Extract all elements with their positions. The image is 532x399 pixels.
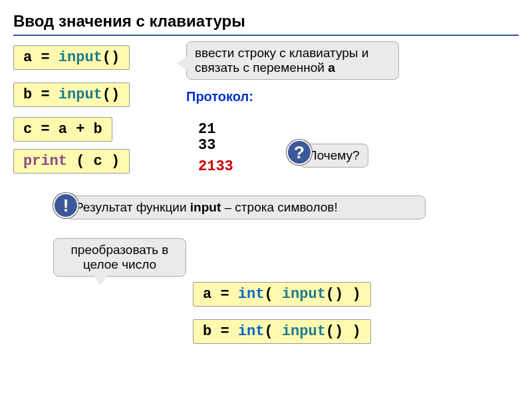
code-text: ( c ) xyxy=(67,153,120,170)
callout-result: Результат функции input – строка символо… xyxy=(66,196,426,219)
question-badge: ? xyxy=(287,140,312,165)
code-a-input: a = input() xyxy=(13,45,130,70)
page-title: Ввод значения с клавиатуры xyxy=(13,12,519,36)
callout-text: ввести строку с клавиатуры и связать с п… xyxy=(195,46,368,74)
callout-enter-string: ввести строку с клавиатуры и связать с п… xyxy=(186,41,399,80)
protocol-value-1: 21 xyxy=(198,121,215,138)
protocol-label: Протокол: xyxy=(186,89,253,104)
keyword-input: input xyxy=(59,49,102,66)
badge-text: ? xyxy=(294,142,305,163)
code-text: () xyxy=(102,49,120,66)
callout-text: Почему? xyxy=(308,148,360,162)
keyword-int: int xyxy=(238,286,265,303)
keyword-int: int xyxy=(238,323,265,340)
keyword-input: input xyxy=(59,86,102,103)
exclaim-badge: ! xyxy=(53,193,78,218)
protocol-value-2: 33 xyxy=(198,137,215,154)
code-print: print ( c ) xyxy=(13,149,130,174)
code-text: b = xyxy=(203,323,238,340)
code-text: ( xyxy=(264,286,281,303)
code-text: b = xyxy=(23,86,59,103)
code-text: c = a + b xyxy=(23,121,102,138)
callout-text: Результат функции xyxy=(75,200,190,214)
callout-text: – строка символов! xyxy=(221,200,337,214)
keyword-print: print xyxy=(23,153,67,170)
code-b-input: b = input() xyxy=(13,82,130,107)
code-text: ( xyxy=(264,323,281,340)
keyword-input: input xyxy=(282,286,326,303)
code-c-sum: c = a + b xyxy=(13,117,112,142)
keyword-input: input xyxy=(190,200,221,214)
callout-var: a xyxy=(328,61,335,74)
code-text: a = xyxy=(23,49,59,66)
badge-text: ! xyxy=(63,196,69,216)
code-a-int-input: a = int( input() ) xyxy=(193,282,371,307)
callout-convert: преобразовать в целое число xyxy=(53,238,186,277)
code-text: a = xyxy=(203,286,238,303)
protocol-value-3: 2133 xyxy=(198,158,233,175)
code-text: () ) xyxy=(326,323,361,340)
code-b-int-input: b = int( input() ) xyxy=(193,319,371,344)
code-text: () ) xyxy=(326,286,361,303)
keyword-input: input xyxy=(282,323,326,340)
code-text: () xyxy=(102,86,120,103)
callout-text: преобразовать в целое число xyxy=(71,243,169,271)
